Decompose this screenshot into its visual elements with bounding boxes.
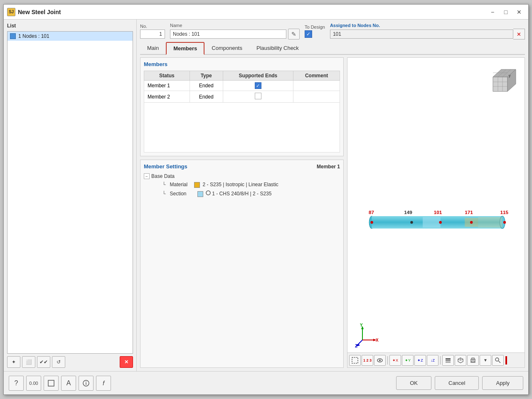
vp-eye-btn[interactable] [374,355,386,366]
collapse-button[interactable]: − [144,173,150,179]
axes-svg: Y X Z [354,323,379,348]
assigned-input[interactable] [330,30,513,39]
tab-plausibility[interactable]: Plausibility Check [249,42,306,54]
current-member-label: Member 1 [317,164,340,170]
members-title: Members [144,61,340,67]
svg-rect-40 [446,358,451,360]
view-button[interactable] [44,376,59,391]
vp-select-btn[interactable] [349,355,361,366]
svg-text:115: 115 [500,209,508,215]
svg-text:101: 101 [434,209,442,215]
new-item-button[interactable]: ✦ [7,356,20,368]
close-button[interactable]: ✕ [513,7,525,17]
list-item-checkbox [10,33,16,39]
col-status: Status [144,71,190,81]
vp-xaxis-btn[interactable]: ✦X [389,355,401,366]
member2-type: Ended [190,91,223,103]
bottom-icons: ? 0.00 A f [9,376,393,391]
svg-text:X: X [376,338,379,342]
svg-rect-37 [352,357,358,363]
viewport[interactable]: y [347,58,525,367]
vp-zaxis-btn[interactable]: ✦Z [414,355,426,366]
title-bar: SJ New Steel Joint − □ ✕ [4,5,528,20]
ok-button[interactable]: OK [396,376,431,390]
tab-main[interactable]: Main [140,42,166,54]
section-row[interactable]: └ Section 1 - CHS 240/8/H | 2 - S235 [144,189,340,198]
list-label: List [7,23,133,29]
svg-rect-15 [423,217,441,228]
base-data-row: − Base Data [144,172,340,180]
vp-123-btn[interactable]: 1 2 3 [362,355,373,366]
validate-button[interactable]: ✔✔ [37,356,50,368]
section-color-swatch [197,191,203,197]
svg-point-23 [370,221,373,224]
diagram-svg: 87 149 101 171 115 [347,58,525,367]
name-row: ✎ [170,29,300,39]
info-button[interactable] [79,376,94,391]
list-area: 1 Nodes : 101 [7,31,133,354]
vp-search-btn[interactable] [492,355,504,366]
settings-tree: − Base Data └ Material 2 - S235 | Isotro… [144,172,340,198]
viewport-area: y [347,57,525,368]
list-item[interactable]: 1 Nodes : 101 [7,32,133,41]
help-button[interactable]: ? [9,376,24,391]
left-panel: List 1 Nodes : 101 ✦ ⬜ ✔✔ ↺ ✕ [4,20,137,371]
tab-members[interactable]: Members [166,42,204,55]
no-group: No. [140,24,165,39]
apply-button[interactable]: Apply [482,376,523,390]
material-label: Material [170,182,188,187]
vp-cube-btn[interactable] [455,355,466,366]
clear-assigned-button[interactable]: ✕ [513,29,525,39]
main-window: SJ New Steel Joint − □ ✕ List 1 Nodes : … [3,4,529,395]
copy-button[interactable]: ⬜ [22,356,35,368]
material-row[interactable]: └ Material 2 - S235 | Isotropic | Linear… [144,180,340,189]
window-controls: − □ ✕ [487,7,525,17]
axes-indicator: Y X Z [354,323,379,348]
svg-rect-49 [472,361,474,362]
delete-button[interactable]: ✕ [120,356,133,368]
member2-checkbox[interactable] [255,93,261,99]
left-content: Members Status Type Supported Ends Comme… [140,57,344,368]
svg-text:Y: Y [360,323,363,328]
no-input[interactable] [140,30,165,39]
name-input[interactable] [170,30,286,39]
vp-menu-btn[interactable]: ▼ [480,355,491,366]
vp-layers-btn[interactable] [442,355,454,366]
tab-row: Main Members Components Plausibility Che… [140,42,525,55]
svg-rect-52 [48,380,54,386]
assigned-label: Assigned to Nodes No. [330,23,525,28]
maximize-button[interactable]: □ [500,7,512,17]
member1-supported[interactable]: ✓ [223,81,293,91]
decimal-button[interactable]: 0.00 [26,376,41,391]
assigned-row: ✕ [330,29,525,39]
cancel-button[interactable]: Cancel [435,376,479,390]
to-design-label: To Design [305,25,325,30]
table-row: Member 1 Ended ✓ [144,81,340,91]
formula-button[interactable]: f [96,376,111,391]
member2-supported[interactable] [223,91,293,103]
vp-yaxis-btn[interactable]: ✦Y [402,355,414,366]
to-design-checkbox[interactable]: ✓ [305,30,312,38]
member1-comment [293,81,340,91]
viewport-toolbar: 1 2 3 ✦X ✦Y ✦Z ↓Z [347,352,525,367]
tab-components[interactable]: Components [204,42,249,54]
reset-button[interactable]: ↺ [52,356,65,368]
member1-checkbox[interactable]: ✓ [255,82,261,89]
name-label: Name [170,23,300,28]
edit-name-button[interactable]: ✎ [288,29,300,39]
assigned-nodes-group: Assigned to Nodes No. ✕ [330,23,525,39]
minimize-button[interactable]: − [487,7,498,17]
vp-print-btn[interactable] [467,355,479,366]
vp-negz-btn[interactable]: ↓Z [427,355,438,366]
no-label: No. [140,24,165,29]
name-group: Name ✎ [170,23,300,39]
svg-point-54 [86,382,86,382]
member2-comment [293,91,340,103]
list-item-text: 1 Nodes : 101 [18,33,49,39]
svg-text:87: 87 [369,209,374,215]
svg-line-46 [458,359,461,360]
circle-icon [206,190,211,195]
members-table: Status Type Supported Ends Comment Membe… [144,71,340,153]
member2-name: Member 2 [144,91,190,103]
render-button[interactable]: A [61,376,76,391]
